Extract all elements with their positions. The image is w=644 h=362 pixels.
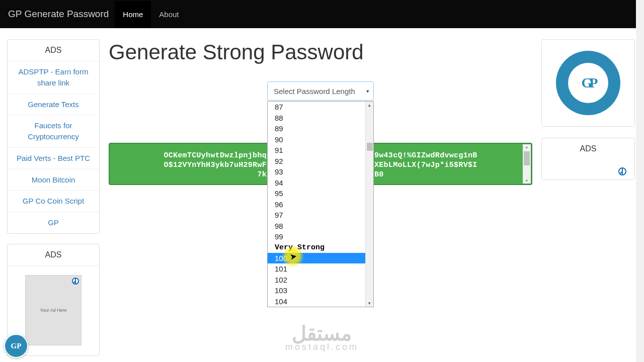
dropdown-option[interactable]: 102 (268, 275, 366, 286)
dropdown-option[interactable]: 96 (268, 199, 366, 210)
gp-logo-text: GP (568, 63, 608, 103)
sidebar-link[interactable]: Moon Bitcoin (8, 169, 99, 191)
nav-home[interactable]: Home (115, 1, 151, 28)
ads-box-title: ADS (8, 244, 99, 266)
scroll-up-icon[interactable]: ▴ (366, 102, 373, 109)
ads-link-list: ADSPTP - Earn form share link Generate T… (8, 61, 99, 233)
dropdown-option[interactable]: 89 (268, 123, 366, 134)
nav-about[interactable]: About (151, 1, 187, 28)
sidebar-link[interactable]: Generate Texts (8, 94, 99, 115)
ads-links-panel: ADS ADSPTP - Earn form share link Genera… (7, 39, 100, 234)
peace-icon (72, 278, 79, 285)
length-dropdown[interactable]: 87 88 89 90 91 92 93 94 95 96 97 98 99 V… (267, 101, 374, 307)
sidebar-link[interactable]: GP (8, 212, 99, 233)
dropdown-list: 87 88 89 90 91 92 93 94 95 96 97 98 99 V… (268, 102, 366, 307)
scroll-down-icon[interactable]: ▾ (366, 300, 373, 307)
sidebar-link[interactable]: Paid Verts - Best PTC (8, 147, 99, 169)
watermark: مستقل mostaql.com (285, 322, 359, 352)
sidebar-link[interactable]: GP Co Coin Script (8, 190, 99, 212)
page-scrollbar[interactable] (636, 0, 644, 362)
peace-icon (618, 167, 626, 175)
dropdown-option[interactable]: 93 (268, 166, 366, 177)
dropdown-option[interactable]: 94 (268, 177, 366, 189)
dropdown-option[interactable]: 104 (268, 296, 366, 307)
gp-logo[interactable]: GP (556, 51, 620, 115)
dropdown-option[interactable]: 101 (268, 263, 366, 275)
dropdown-option[interactable]: 99 (268, 231, 366, 242)
ad-placeholder-text: Your Ad Here (40, 308, 66, 313)
floating-logo-button[interactable]: GP (4, 334, 28, 358)
result-scrollbar[interactable] (523, 144, 531, 184)
dropdown-option[interactable]: 98 (268, 221, 366, 232)
length-select-wrap: Select Password Length 87 88 89 90 91 92… (267, 81, 374, 101)
right-column: GP ADS (541, 39, 635, 356)
result-scroll-thumb[interactable] (524, 151, 530, 165)
dropdown-scrollbar[interactable]: ▴ ▾ (365, 102, 373, 307)
main-column: Generate Strong Password Select Password… (109, 39, 532, 356)
select-placeholder-text: Select Password Length (274, 87, 355, 96)
brand-title[interactable]: GP Generate Password (6, 9, 115, 20)
dropdown-option[interactable]: 87 (268, 102, 366, 113)
sidebar-link[interactable]: Faucets for Cryptocurrency (8, 115, 99, 147)
page-title: Generate Strong Password (109, 40, 532, 64)
watermark-latin: mostaql.com (285, 342, 359, 352)
password-length-select[interactable]: Select Password Length (267, 81, 374, 101)
top-navbar: GP Generate Password Home About (0, 0, 644, 28)
dropdown-option[interactable]: 97 (268, 210, 366, 221)
dropdown-option[interactable]: 92 (268, 156, 366, 167)
dropdown-option[interactable]: 91 (268, 145, 366, 156)
dropdown-option[interactable]: 90 (268, 134, 366, 145)
page-body: ADS ADSPTP - Earn form share link Genera… (0, 28, 644, 362)
dropdown-option[interactable]: 88 (268, 113, 366, 124)
logo-panel: GP (541, 39, 635, 127)
dropdown-option-highlighted[interactable]: 100 (268, 253, 366, 264)
scroll-thumb[interactable] (367, 143, 373, 151)
left-column: ADS ADSPTP - Earn form share link Genera… (7, 39, 100, 356)
ads-panel-title: ADS (8, 40, 99, 61)
dropdown-option[interactable]: 103 (268, 285, 366, 296)
dropdown-group-label: Very Strong (268, 242, 366, 253)
ad-placeholder[interactable]: Your Ad Here (25, 275, 82, 345)
right-ads-title: ADS (542, 138, 634, 159)
dropdown-option[interactable]: 95 (268, 188, 366, 199)
sidebar-link[interactable]: ADSPTP - Earn form share link (8, 61, 99, 94)
right-ads-panel: ADS (541, 138, 635, 180)
